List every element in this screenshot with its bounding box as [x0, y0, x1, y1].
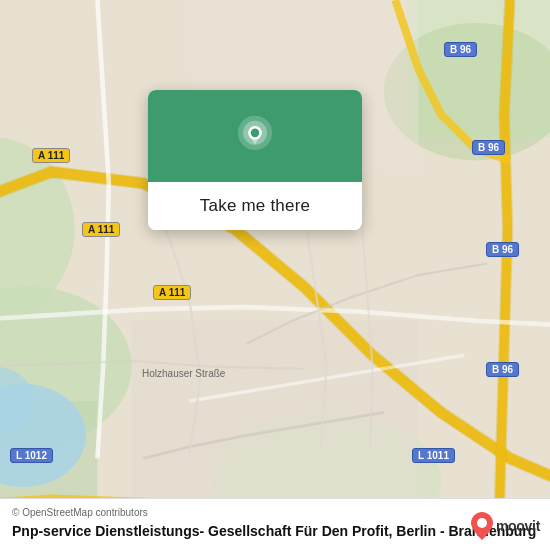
- road-badge-b96-mid: B 96: [472, 140, 505, 155]
- road-badge-a111-mid: A 111: [82, 222, 120, 237]
- holzhauser-strasse-label: Holzhauser Straße: [142, 368, 225, 379]
- road-badge-b96-top: B 96: [444, 42, 477, 57]
- svg-point-15: [477, 518, 487, 528]
- card-body: Take me there: [148, 182, 362, 230]
- road-badge-b96-right: B 96: [486, 242, 519, 257]
- bottom-info-bar: © OpenStreetMap contributors Pnp-service…: [0, 498, 550, 550]
- card-header: [148, 90, 362, 182]
- moovit-logo: moovit: [471, 512, 540, 540]
- map-container: A 111 A 111 A 111 B 96 B 96 B 96 B 96 L …: [0, 0, 550, 550]
- road-badge-l1012: L 1012: [10, 448, 53, 463]
- map-background: [0, 0, 550, 550]
- location-card: Take me there: [148, 90, 362, 230]
- location-pin-icon: [231, 114, 279, 162]
- copyright-notice: © OpenStreetMap contributors: [12, 507, 538, 518]
- svg-point-14: [251, 129, 260, 138]
- road-badge-a111-bot: A 111: [153, 285, 191, 300]
- moovit-brand-name: moovit: [496, 518, 540, 534]
- road-badge-a111-top: A 111: [32, 148, 70, 163]
- moovit-pin-icon: [471, 512, 493, 540]
- place-title: Pnp-service Dienstleistungs- Gesellschaf…: [12, 522, 538, 540]
- road-badge-l1011: L 1011: [412, 448, 455, 463]
- take-me-there-button[interactable]: Take me there: [148, 182, 362, 230]
- road-badge-b96-low: B 96: [486, 362, 519, 377]
